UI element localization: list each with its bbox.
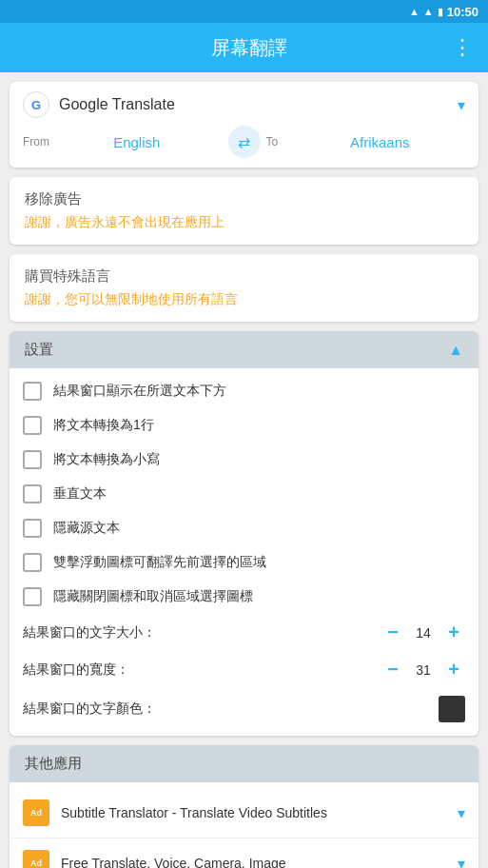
buy-languages-message: 謝謝，您可以無限制地使用所有語言 xyxy=(25,291,463,308)
app-name-0: Subtitle Translator - Translate Video Su… xyxy=(61,805,446,820)
font-size-minus-button[interactable]: − xyxy=(381,621,404,643)
font-size-row: 結果窗口的文字大小： − 14 + xyxy=(10,614,478,651)
swap-languages-button[interactable]: ⇄ xyxy=(228,126,261,158)
checkbox-2[interactable] xyxy=(23,450,42,469)
settings-section: 設置 ▲ 結果窗口顯示在所選文本下方 將文本轉換為1行 將文本轉換為小寫 垂直文… xyxy=(10,331,478,736)
checkbox-label-0: 結果窗口顯示在所選文本下方 xyxy=(53,383,226,400)
font-size-plus-button[interactable]: + xyxy=(442,621,465,643)
settings-collapse-icon: ▲ xyxy=(448,342,463,359)
other-apps-header: 其他應用 xyxy=(10,745,478,782)
from-language-button[interactable]: English xyxy=(51,130,223,154)
translator-dropdown-icon: ▾ xyxy=(458,96,465,114)
checkbox-row-2[interactable]: 將文本轉換為小寫 xyxy=(10,443,478,477)
checkbox-label-3: 垂直文本 xyxy=(53,485,107,503)
checkbox-4[interactable] xyxy=(23,519,42,538)
checkbox-row-1[interactable]: 將文本轉換為1行 xyxy=(10,408,478,443)
checkbox-row-0[interactable]: 結果窗口顯示在所選文本下方 xyxy=(10,374,478,408)
other-apps-body: Ad Subtitle Translator - Translate Video… xyxy=(10,782,478,868)
checkbox-3[interactable] xyxy=(23,484,42,503)
font-size-label: 結果窗口的文字大小： xyxy=(23,624,374,641)
status-bar: ▲ ▲ ▮ 10:50 xyxy=(0,0,488,23)
text-color-label: 結果窗口的文字顏色： xyxy=(23,700,439,718)
app-item-1[interactable]: Ad Free Translate, Voice, Camera, Image … xyxy=(10,838,478,868)
width-minus-button[interactable]: − xyxy=(381,659,404,681)
other-apps-section: 其他應用 Ad Subtitle Translator - Translate … xyxy=(10,745,478,868)
other-apps-title: 其他應用 xyxy=(25,755,82,773)
text-color-row: 結果窗口的文字顏色： xyxy=(10,688,478,730)
ad-badge-0: Ad xyxy=(23,799,49,826)
checkbox-label-2: 將文本轉換為小寫 xyxy=(53,451,160,468)
width-row: 結果窗口的寬度： − 31 + xyxy=(10,651,478,688)
checkbox-row-5[interactable]: 雙擊浮動圖標可翻譯先前選擇的區域 xyxy=(10,545,478,580)
translator-card: G Google Translate ▾ From English ⇄ To A… xyxy=(10,82,478,168)
checkbox-5[interactable] xyxy=(23,553,42,572)
checkbox-label-1: 將文本轉換為1行 xyxy=(53,417,154,434)
width-value: 31 xyxy=(412,662,435,678)
main-content: G Google Translate ▾ From English ⇄ To A… xyxy=(0,72,488,868)
wifi-icon: ▲ xyxy=(409,6,420,17)
battery-icon: ▮ xyxy=(438,6,443,18)
from-label: From xyxy=(23,135,51,148)
checkbox-row-6[interactable]: 隱藏關閉圖標和取消區域選擇圖標 xyxy=(10,580,478,614)
checkbox-row-3[interactable]: 垂直文本 xyxy=(10,477,478,511)
app-arrow-0: ▾ xyxy=(458,804,465,822)
remove-ads-title: 移除廣告 xyxy=(25,190,463,208)
app-name-1: Free Translate, Voice, Camera, Image xyxy=(61,856,446,868)
settings-title: 設置 xyxy=(25,341,53,359)
app-item-0[interactable]: Ad Subtitle Translator - Translate Video… xyxy=(10,788,478,838)
settings-header[interactable]: 設置 ▲ xyxy=(10,331,478,368)
to-lang-group: To Afrikaans xyxy=(266,130,466,154)
ad-badge-1: Ad xyxy=(23,850,49,868)
toolbar: 屏幕翻譯 ⋮ xyxy=(0,23,488,72)
remove-ads-card: 移除廣告 謝謝，廣告永遠不會出現在應用上 xyxy=(10,177,478,245)
checkbox-0[interactable] xyxy=(23,382,42,401)
width-label: 結果窗口的寬度： xyxy=(23,661,374,679)
text-color-swatch[interactable] xyxy=(439,696,465,722)
from-lang-group: From English xyxy=(23,130,223,154)
checkbox-label-6: 隱藏關閉圖標和取消區域選擇圖標 xyxy=(53,588,253,605)
app-arrow-1: ▾ xyxy=(458,855,465,869)
checkbox-1[interactable] xyxy=(23,416,42,435)
checkbox-label-4: 隱藏源文本 xyxy=(53,520,120,537)
translator-name: Google Translate xyxy=(59,96,448,113)
checkbox-6[interactable] xyxy=(23,587,42,606)
toolbar-title: 屏幕翻譯 xyxy=(46,35,452,61)
overflow-menu-button[interactable]: ⋮ xyxy=(452,35,473,60)
to-label: To xyxy=(266,135,295,148)
buy-languages-title: 購買特殊語言 xyxy=(25,267,463,286)
checkbox-row-4[interactable]: 隱藏源文本 xyxy=(10,511,478,545)
swap-icon: ⇄ xyxy=(238,133,250,151)
checkbox-label-5: 雙擊浮動圖標可翻譯先前選擇的區域 xyxy=(53,554,266,571)
translator-selector[interactable]: G Google Translate ▾ xyxy=(23,91,465,118)
status-icons: ▲ ▲ ▮ 10:50 xyxy=(409,5,478,19)
to-language-button[interactable]: Afrikaans xyxy=(295,130,466,154)
width-plus-button[interactable]: + xyxy=(442,659,465,681)
google-icon: G xyxy=(23,91,49,118)
language-row: From English ⇄ To Afrikaans xyxy=(23,126,465,158)
settings-body: 結果窗口顯示在所選文本下方 將文本轉換為1行 將文本轉換為小寫 垂直文本 隱藏源… xyxy=(10,368,478,736)
remove-ads-message: 謝謝，廣告永遠不會出現在應用上 xyxy=(25,214,463,231)
status-time: 10:50 xyxy=(447,5,478,19)
buy-languages-card: 購買特殊語言 謝謝，您可以無限制地使用所有語言 xyxy=(10,254,478,322)
font-size-value: 14 xyxy=(412,625,435,641)
signal-icon: ▲ xyxy=(423,6,434,17)
